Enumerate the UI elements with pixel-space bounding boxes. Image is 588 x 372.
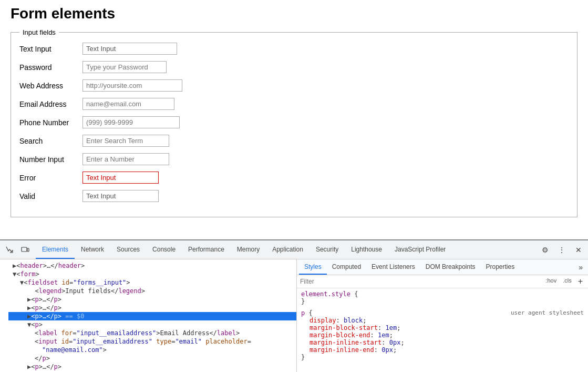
styles-content: element.style {}p {user agent stylesheet… bbox=[297, 288, 588, 372]
hov-button[interactable]: :hov bbox=[543, 277, 559, 286]
devtools-tab-application[interactable]: Application bbox=[266, 240, 310, 259]
elements-line[interactable]: <legend>Input fields</legend> bbox=[8, 287, 296, 295]
elements-line[interactable]: ▼<fieldset id="forms__input"> bbox=[8, 278, 296, 287]
devtools-tab-network[interactable]: Network bbox=[75, 240, 110, 259]
form-input[interactable] bbox=[82, 61, 167, 73]
elements-line[interactable]: "name@email.com"> bbox=[8, 346, 296, 354]
styles-panel: StylesComputedEvent ListenersDOM Breakpo… bbox=[297, 259, 588, 372]
devtools-tab-elements[interactable]: Elements bbox=[36, 240, 75, 259]
form-row: Valid bbox=[19, 190, 569, 202]
elements-line[interactable]: ▶<p>…</p> == $0 bbox=[8, 312, 296, 320]
form-label: Email Address bbox=[19, 100, 82, 108]
styles-filter-bar: :hov .cls + bbox=[297, 275, 588, 288]
form-label: Text Input bbox=[19, 45, 82, 53]
styles-subtab-styles[interactable]: Styles bbox=[299, 259, 327, 275]
devtools-tab-sources[interactable]: Sources bbox=[110, 240, 146, 259]
elements-line[interactable]: <label for="input__emailaddress">Email A… bbox=[8, 329, 296, 337]
svg-rect-1 bbox=[27, 248, 29, 252]
input-fields-fieldset: Input fields Text InputPasswordWeb Addre… bbox=[11, 28, 577, 217]
cls-button[interactable]: .cls bbox=[561, 277, 574, 286]
form-label: Error bbox=[19, 174, 82, 182]
form-input[interactable] bbox=[82, 172, 159, 184]
devtools-toolbar: ElementsNetworkSourcesConsolePerformance… bbox=[0, 240, 588, 259]
form-rows-container: Text InputPasswordWeb AddressEmail Addre… bbox=[19, 43, 569, 202]
form-label: Number Input bbox=[19, 155, 82, 164]
devtools-left-icons bbox=[2, 243, 33, 257]
styles-subtab-computed[interactable]: Computed bbox=[327, 259, 366, 275]
more-options-icon[interactable]: ⋮ bbox=[554, 243, 569, 257]
devtools-tab-lighthouse[interactable]: Lighthouse bbox=[345, 240, 388, 259]
css-rule: p {user agent stylesheetdisplay: block;m… bbox=[301, 309, 584, 361]
css-rule: element.style {} bbox=[301, 290, 584, 305]
styles-subtab-event-listeners[interactable]: Event Listeners bbox=[366, 259, 420, 275]
page-content: Form elements Input fields Text InputPas… bbox=[0, 0, 588, 239]
form-label: Search bbox=[19, 137, 82, 145]
elements-line[interactable]: ▶<p>…</p> bbox=[8, 363, 296, 371]
devtools-tab-memory[interactable]: Memory bbox=[231, 240, 266, 259]
styles-filter-input[interactable] bbox=[300, 278, 541, 285]
elements-lines-container: ▶<header>…</header>▼<form>▼<fieldset id=… bbox=[0, 262, 296, 372]
form-input[interactable] bbox=[82, 43, 177, 55]
form-row: Number Input bbox=[19, 153, 569, 165]
styles-subtabs: StylesComputedEvent ListenersDOM Breakpo… bbox=[297, 259, 588, 275]
inspect-icon[interactable] bbox=[2, 243, 17, 257]
form-label: Phone Number bbox=[19, 118, 82, 127]
form-row: Email Address bbox=[19, 98, 569, 110]
form-label: Web Address bbox=[19, 82, 82, 90]
device-toggle-icon[interactable] bbox=[18, 243, 33, 257]
form-input[interactable] bbox=[82, 135, 169, 147]
styles-subtab-dom-breakpoints[interactable]: DOM Breakpoints bbox=[420, 259, 481, 275]
devtools-tab-console[interactable]: Console bbox=[146, 240, 182, 259]
devtools-tab-performance[interactable]: Performance bbox=[182, 240, 231, 259]
svg-rect-0 bbox=[22, 247, 27, 252]
devtools-tabs: ElementsNetworkSourcesConsolePerformance… bbox=[36, 240, 538, 259]
close-devtools-icon[interactable]: ✕ bbox=[571, 243, 586, 257]
form-input[interactable] bbox=[82, 79, 182, 92]
devtools-tab-javascript-profiler[interactable]: JavaScript Profiler bbox=[388, 240, 452, 259]
page-title: Form elements bbox=[11, 5, 577, 22]
elements-panel: ⋯ ▶<header>…</header>▼<form>▼<fieldset i… bbox=[0, 259, 297, 372]
elements-line[interactable]: </p> bbox=[8, 354, 296, 363]
styles-subtab-overflow[interactable]: » bbox=[575, 263, 586, 272]
devtools-panel: ElementsNetworkSourcesConsolePerformance… bbox=[0, 239, 588, 372]
form-input[interactable] bbox=[82, 116, 180, 128]
form-label: Password bbox=[19, 63, 82, 72]
form-input[interactable] bbox=[82, 153, 169, 165]
styles-subtab-properties[interactable]: Properties bbox=[480, 259, 520, 275]
add-style-button[interactable]: + bbox=[576, 277, 585, 286]
elements-line[interactable]: ▼<p> bbox=[8, 320, 296, 329]
form-row: Text Input bbox=[19, 43, 569, 55]
form-row: Phone Number bbox=[19, 116, 569, 128]
form-label: Valid bbox=[19, 192, 82, 200]
form-input[interactable] bbox=[82, 98, 174, 110]
elements-line[interactable]: ▶<p>…</p> bbox=[8, 304, 296, 312]
elements-line[interactable]: ▶<header>…</header> bbox=[8, 262, 296, 270]
settings-icon[interactable]: ⚙ bbox=[538, 243, 552, 257]
form-row: Search bbox=[19, 135, 569, 147]
devtools-toolbar-right: ⚙ ⋮ ✕ bbox=[538, 243, 586, 257]
elements-line[interactable]: <input id="input__emailaddress" type="em… bbox=[8, 337, 296, 346]
elements-line[interactable]: ▼<form> bbox=[8, 270, 296, 278]
form-row: Web Address bbox=[19, 79, 569, 92]
form-input[interactable] bbox=[82, 190, 159, 202]
elements-line[interactable]: ▶<p>…</p> bbox=[8, 295, 296, 304]
form-row: Password bbox=[19, 61, 569, 73]
form-row: Error bbox=[19, 172, 569, 184]
devtools-body: ⋯ ▶<header>…</header>▼<form>▼<fieldset i… bbox=[0, 259, 588, 372]
fieldset-legend: Input fields bbox=[19, 28, 59, 36]
styles-filter-right: :hov .cls + bbox=[543, 277, 585, 286]
devtools-tab-security[interactable]: Security bbox=[310, 240, 345, 259]
